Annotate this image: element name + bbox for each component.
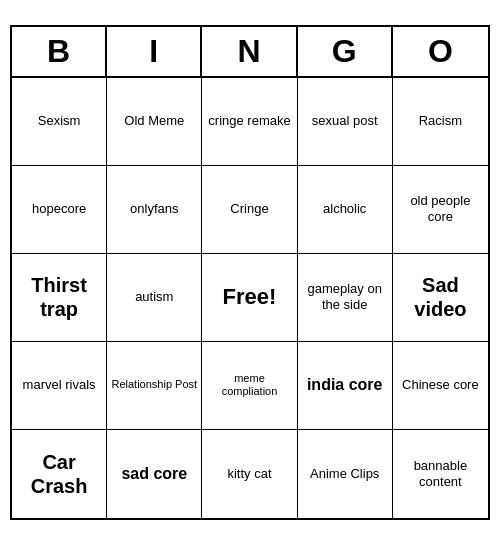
header-letter-n: N bbox=[202, 27, 297, 76]
bingo-cell-6[interactable]: onlyfans bbox=[107, 166, 202, 254]
header-letter-i: I bbox=[107, 27, 202, 76]
bingo-cell-1[interactable]: Old Meme bbox=[107, 78, 202, 166]
cell-text-4: Racism bbox=[419, 113, 462, 129]
bingo-cell-0[interactable]: Sexism bbox=[12, 78, 107, 166]
cell-text-12: Free! bbox=[223, 284, 277, 310]
cell-text-7: Cringe bbox=[230, 201, 268, 217]
cell-text-21: sad core bbox=[121, 464, 187, 483]
cell-text-16: Relationship Post bbox=[111, 378, 197, 391]
cell-text-24: bannable content bbox=[397, 458, 484, 489]
cell-text-15: marvel rivals bbox=[23, 377, 96, 393]
bingo-cell-21[interactable]: sad core bbox=[107, 430, 202, 518]
cell-text-23: Anime Clips bbox=[310, 466, 379, 482]
cell-text-13: gameplay on the side bbox=[302, 281, 388, 312]
bingo-board: BINGO SexismOld Memecringe remakesexual … bbox=[10, 25, 490, 520]
cell-text-6: onlyfans bbox=[130, 201, 178, 217]
cell-text-9: old people core bbox=[397, 193, 484, 224]
bingo-cell-23[interactable]: Anime Clips bbox=[298, 430, 393, 518]
bingo-header: BINGO bbox=[12, 27, 488, 78]
bingo-cell-20[interactable]: Car Crash bbox=[12, 430, 107, 518]
bingo-cell-13[interactable]: gameplay on the side bbox=[298, 254, 393, 342]
cell-text-2: cringe remake bbox=[208, 113, 290, 129]
cell-text-18: india core bbox=[307, 375, 383, 394]
cell-text-1: Old Meme bbox=[124, 113, 184, 129]
header-letter-b: B bbox=[12, 27, 107, 76]
bingo-cell-2[interactable]: cringe remake bbox=[202, 78, 297, 166]
header-letter-o: O bbox=[393, 27, 488, 76]
cell-text-11: autism bbox=[135, 289, 173, 305]
cell-text-17: meme compliation bbox=[206, 372, 292, 398]
bingo-grid: SexismOld Memecringe remakesexual postRa… bbox=[12, 78, 488, 518]
cell-text-22: kitty cat bbox=[227, 466, 271, 482]
bingo-cell-5[interactable]: hopecore bbox=[12, 166, 107, 254]
bingo-cell-4[interactable]: Racism bbox=[393, 78, 488, 166]
bingo-cell-14[interactable]: Sad video bbox=[393, 254, 488, 342]
bingo-cell-8[interactable]: alcholic bbox=[298, 166, 393, 254]
bingo-cell-16[interactable]: Relationship Post bbox=[107, 342, 202, 430]
cell-text-14: Sad video bbox=[397, 273, 484, 321]
bingo-cell-19[interactable]: Chinese core bbox=[393, 342, 488, 430]
bingo-cell-24[interactable]: bannable content bbox=[393, 430, 488, 518]
bingo-cell-17[interactable]: meme compliation bbox=[202, 342, 297, 430]
cell-text-19: Chinese core bbox=[402, 377, 479, 393]
cell-text-0: Sexism bbox=[38, 113, 81, 129]
bingo-cell-22[interactable]: kitty cat bbox=[202, 430, 297, 518]
bingo-cell-10[interactable]: Thirst trap bbox=[12, 254, 107, 342]
bingo-cell-11[interactable]: autism bbox=[107, 254, 202, 342]
bingo-cell-3[interactable]: sexual post bbox=[298, 78, 393, 166]
bingo-cell-15[interactable]: marvel rivals bbox=[12, 342, 107, 430]
bingo-cell-7[interactable]: Cringe bbox=[202, 166, 297, 254]
bingo-cell-9[interactable]: old people core bbox=[393, 166, 488, 254]
cell-text-20: Car Crash bbox=[16, 450, 102, 498]
cell-text-8: alcholic bbox=[323, 201, 366, 217]
cell-text-10: Thirst trap bbox=[16, 273, 102, 321]
bingo-cell-12[interactable]: Free! bbox=[202, 254, 297, 342]
bingo-cell-18[interactable]: india core bbox=[298, 342, 393, 430]
header-letter-g: G bbox=[298, 27, 393, 76]
cell-text-5: hopecore bbox=[32, 201, 86, 217]
cell-text-3: sexual post bbox=[312, 113, 378, 129]
